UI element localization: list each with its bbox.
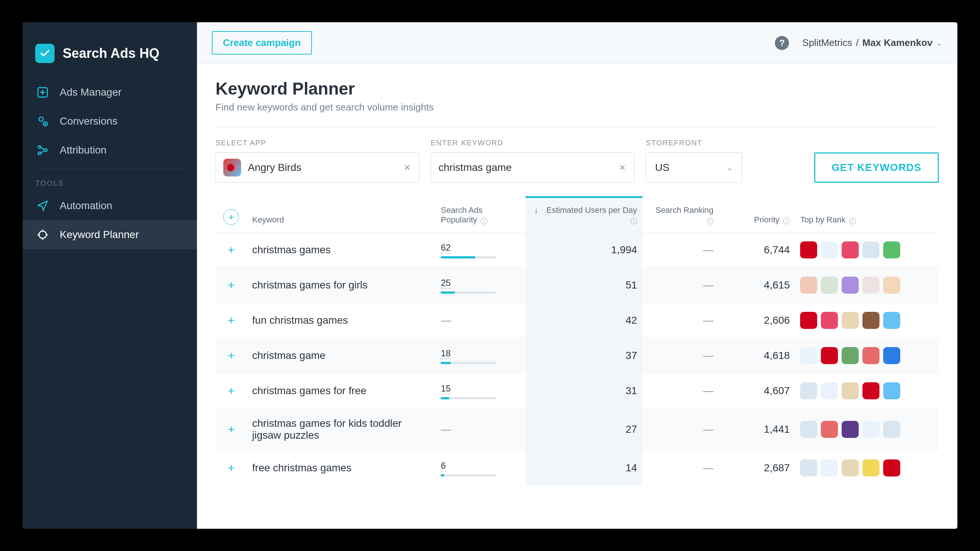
sidebar-item-conversions[interactable]: Conversions	[22, 107, 197, 136]
chevron-down-icon: ⌄	[727, 163, 733, 172]
sidebar-item-label: Automation	[60, 200, 112, 212]
app-rank-icon[interactable]	[800, 312, 817, 329]
app-rank-icon[interactable]	[842, 347, 859, 364]
app-rank-icon[interactable]	[883, 347, 900, 364]
cell-estimated: 42	[526, 303, 643, 338]
app-rank-icon[interactable]	[800, 459, 817, 476]
add-keyword-button[interactable]: +	[223, 277, 239, 293]
cell-top-rank	[795, 409, 939, 451]
brand-logo-icon	[35, 44, 54, 63]
help-icon[interactable]: ?	[775, 36, 789, 50]
app-rank-icon[interactable]	[821, 276, 838, 294]
app-rank-icon[interactable]	[862, 459, 880, 476]
info-icon[interactable]: i	[707, 218, 714, 224]
app-rank-icon[interactable]	[800, 241, 817, 259]
add-keyword-button[interactable]: +	[223, 422, 239, 437]
app-rank-icon[interactable]	[821, 459, 838, 476]
app-rank-icon[interactable]	[842, 421, 859, 438]
get-keywords-button[interactable]: GET KEYWORDS	[814, 152, 939, 183]
create-campaign-button[interactable]: Create campaign	[212, 31, 312, 54]
account-org: SplitMetrics	[802, 37, 852, 49]
page-title: Keyword Planner	[215, 79, 939, 98]
keyword-input[interactable]	[438, 162, 618, 173]
cell-keyword: christmas games for girls	[247, 268, 436, 303]
col-estimated[interactable]: ↓Estimated Users per Day i	[526, 197, 643, 232]
target-icon	[35, 229, 50, 241]
keyword-input-label: ENTER KEYWORD	[431, 139, 635, 147]
cell-top-rank	[795, 232, 939, 268]
add-keyword-button[interactable]: +	[223, 348, 239, 364]
sidebar-item-keyword-planner[interactable]: Keyword Planner	[22, 220, 197, 249]
cell-popularity: 6	[436, 451, 525, 486]
cell-estimated: 51	[526, 268, 643, 303]
info-icon[interactable]: i	[631, 218, 637, 224]
app-rank-icon[interactable]	[862, 421, 880, 438]
app-rank-icon[interactable]	[883, 312, 900, 329]
info-icon[interactable]: i	[850, 218, 856, 224]
sidebar: Search Ads HQ Ads Manager Conversions At…	[22, 22, 197, 529]
add-keyword-button[interactable]: +	[223, 242, 239, 258]
app-rank-icon[interactable]	[842, 382, 859, 399]
app-rank-icon[interactable]	[883, 382, 900, 399]
sidebar-item-attribution[interactable]: Attribution	[22, 136, 197, 165]
app-rank-icon[interactable]	[842, 276, 859, 294]
app-rank-icon[interactable]	[862, 241, 880, 259]
cell-priority: 6,744	[719, 232, 795, 268]
cell-top-rank	[795, 303, 939, 338]
sidebar-item-automation[interactable]: Automation	[22, 191, 197, 220]
sidebar-item-label: Attribution	[60, 144, 107, 156]
col-top-rank[interactable]: Top by Rank i	[795, 197, 939, 232]
app-rank-icon[interactable]	[883, 241, 900, 259]
clear-keyword-icon[interactable]: ×	[618, 162, 627, 173]
add-keyword-button[interactable]: +	[223, 460, 239, 476]
cell-priority: 4,618	[719, 338, 795, 373]
app-rank-icon[interactable]	[862, 276, 880, 294]
cell-ranking: —	[643, 373, 719, 409]
cell-popularity: 25	[436, 268, 525, 303]
app-icon	[223, 159, 241, 176]
app-rank-icon[interactable]	[883, 276, 900, 294]
plus-square-icon	[35, 86, 50, 98]
account-menu[interactable]: SplitMetrics / Max Kamenkov ⌄	[802, 37, 943, 49]
app-rank-icon[interactable]	[842, 241, 859, 259]
app-rank-icon[interactable]	[800, 276, 817, 294]
app-rank-icon[interactable]	[862, 347, 880, 364]
cell-top-rank	[795, 338, 939, 373]
brand-name: Search Ads HQ	[63, 46, 159, 61]
info-icon[interactable]: i	[783, 218, 790, 224]
col-priority[interactable]: Priority i	[719, 197, 795, 232]
app-rank-icon[interactable]	[800, 347, 817, 364]
col-keyword[interactable]: Keyword	[247, 197, 436, 232]
app-rank-icon[interactable]	[821, 241, 838, 259]
app-select[interactable]: Angry Birds ×	[215, 152, 420, 183]
app-rank-icon[interactable]	[821, 347, 838, 364]
app-rank-icon[interactable]	[862, 312, 880, 329]
clear-app-icon[interactable]: ×	[403, 162, 412, 173]
app-rank-icon[interactable]	[821, 312, 838, 329]
cell-popularity: 15	[436, 373, 525, 409]
sidebar-item-ads-manager[interactable]: Ads Manager	[22, 78, 197, 107]
app-rank-icon[interactable]	[821, 382, 838, 399]
app-rank-icon[interactable]	[842, 312, 859, 329]
app-rank-icon[interactable]	[883, 459, 900, 476]
storefront-select[interactable]: US ⌄	[646, 152, 742, 183]
app-rank-icon[interactable]	[862, 382, 880, 399]
col-popularity[interactable]: Search Ads Popularity i	[436, 197, 525, 232]
col-add[interactable]: +	[215, 197, 247, 232]
table-row: +fun christmas games—42—2,606	[215, 303, 939, 338]
app-rank-icon[interactable]	[800, 382, 817, 399]
app-rank-icon[interactable]	[842, 459, 859, 476]
cell-estimated: 1,994	[526, 232, 643, 268]
cell-priority: 4,615	[719, 268, 795, 303]
col-ranking[interactable]: Search Ranking i	[643, 197, 719, 232]
info-icon[interactable]: i	[481, 218, 487, 224]
table-row: +christmas games for kids toddler jigsaw…	[215, 409, 939, 451]
add-keyword-button[interactable]: +	[223, 383, 239, 399]
app-rank-icon[interactable]	[883, 421, 900, 438]
app-rank-icon[interactable]	[821, 421, 838, 438]
cell-estimated: 14	[526, 451, 643, 486]
app-rank-icon[interactable]	[800, 421, 817, 438]
controls-row: SELECT APP Angry Birds × ENTER KEYWORD ×	[215, 139, 939, 183]
add-keyword-button[interactable]: +	[223, 313, 239, 328]
sidebar-item-label: Conversions	[60, 115, 118, 127]
